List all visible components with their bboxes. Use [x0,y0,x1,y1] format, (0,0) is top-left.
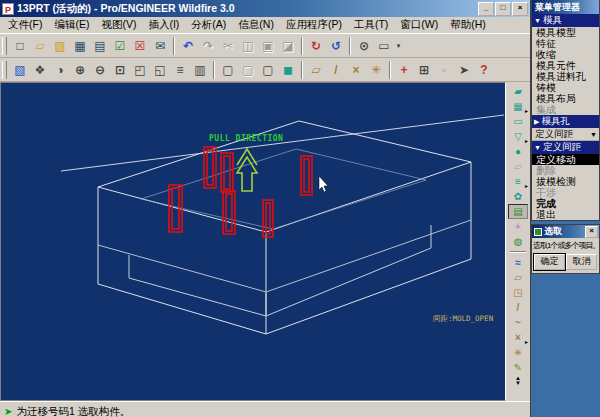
find-icon[interactable]: ⊙ [354,36,374,55]
annotation-toggle-icon[interactable]: ⊞ [414,60,434,79]
toolbar-scroll-down-icon[interactable]: ▼ [515,381,521,386]
refit-icon[interactable]: ⊡ [110,60,130,79]
workpiece-icon[interactable]: ▭ [508,114,528,129]
menu-manager-title[interactable]: 菜单管理器 [532,0,599,14]
zoom-out-icon[interactable]: ⊖ [90,60,110,79]
cut-icon[interactable]: ✂ [218,36,238,55]
context-help-icon[interactable]: ? [474,60,494,79]
menu-item-define-move[interactable]: 定义移动 [532,154,599,165]
menu-band-mold[interactable]: ▼ 模具 [532,14,599,27]
new-file-icon[interactable]: □ [10,36,30,55]
toolbar-grip[interactable] [2,61,7,79]
title-bar[interactable]: P 13PRT (活动的) - Pro/ENGINEER Wildfire 3.… [0,0,530,17]
menu-item-quit[interactable]: 退出 [532,209,599,220]
display-no-hidden-icon[interactable]: ▢ [258,60,278,79]
orient-mode-icon[interactable]: ◑ [50,60,70,79]
save-file-icon[interactable]: ▦ [70,36,90,55]
open-file-icon[interactable]: ▱ [30,36,50,55]
mold-assembly-icon[interactable]: ▦▸ [508,99,528,114]
repaint-icon[interactable]: ▧ [10,60,30,79]
menu-info[interactable]: 信息(N) [232,17,280,33]
paste-icon[interactable]: ▣ [258,36,278,55]
send-email-icon[interactable]: ✉ [150,36,170,55]
import-file-icon[interactable]: ▨ [50,36,70,55]
menu-item-molding[interactable]: 铸模 [532,82,599,93]
ok-button[interactable]: 确定 [534,254,565,270]
copy-icon[interactable]: ◫ [238,36,258,55]
pull-direction-arrow[interactable] [237,149,257,191]
paste-special-icon[interactable]: ◪ [278,36,298,55]
selection-arrow-icon[interactable]: ➤ [454,60,474,79]
display-hidden-line-icon[interactable]: ▢ [238,60,258,79]
datum-point-icon[interactable]: ×▸ [508,330,528,345]
sprue-gate-icon[interactable]: ▽▸ [508,129,528,144]
datum-point-toggle-icon[interactable]: × [346,60,366,79]
silhouette-curve-icon[interactable]: + [508,219,528,234]
datum-plane-toggle-icon[interactable]: ▱ [306,60,326,79]
datum-axis-icon[interactable]: / [508,300,528,315]
toolbar-grip[interactable] [2,37,7,55]
menu-file[interactable]: 文件(F) [2,17,48,33]
display-shaded-icon[interactable]: ◼ [278,60,298,79]
mold-opening-icon[interactable]: ▤ [508,204,528,219]
menu-help[interactable]: 帮助(H) [444,17,492,33]
close-button[interactable]: × [512,2,528,16]
wireframe-canvas[interactable]: PULL DIRECTION 间距:MOLD_OPEN [1,83,505,400]
dialog-close-icon[interactable]: × [585,226,598,238]
saved-views-icon[interactable]: ◰ [130,60,150,79]
select-dropdown-icon[interactable]: ▾ [394,36,403,55]
zoom-in-icon[interactable]: ⊕ [70,60,90,79]
view-manager-icon[interactable]: ◱ [150,60,170,79]
datum-curve-icon[interactable]: ~ [508,315,528,330]
menu-item-mold-comp[interactable]: 模具元件 [532,60,599,71]
menu-item-shrinkage[interactable]: 收缩 [532,49,599,60]
redo-icon[interactable]: ↷ [198,36,218,55]
menu-window[interactable]: 窗口(W) [394,17,444,33]
mold-model-icon[interactable]: ▰ [508,84,528,99]
menu-item-feature[interactable]: 特征 [532,38,599,49]
select-dialog-titlebar[interactable]: 选取 × [532,225,599,238]
parting-line[interactable] [98,220,471,292]
menu-item-mold-feed-hole[interactable]: 模具进料孔 [532,71,599,82]
menu-item-mold-layout[interactable]: 模具布局 [532,93,599,104]
activate-window-icon[interactable]: ☑ [110,36,130,55]
spin-center-icon[interactable]: ❖ [30,60,50,79]
menu-applications[interactable]: 应用程序(P) [280,17,348,33]
waterline-icon[interactable]: ◍ [508,234,528,249]
datum-csys-toggle-icon[interactable]: ✳ [366,60,386,79]
menu-analysis[interactable]: 分析(A) [185,17,232,33]
graphics-viewport[interactable]: PULL DIRECTION 间距:MOLD_OPEN [0,82,506,401]
menu-item-done[interactable]: 完成 [532,198,599,209]
layers-icon[interactable]: ≡ [170,60,190,79]
menu-header-define-step[interactable]: 定义间距 ▼ [532,128,599,141]
menu-item-mold-model[interactable]: 模具模型 [532,27,599,38]
mold-comp-extract-icon[interactable]: ✿ [508,189,528,204]
select-rectangle-icon[interactable]: ▭ [374,36,394,55]
skirt-surface-icon[interactable]: ≈ [508,255,528,270]
close-window-icon[interactable]: ☒ [130,36,150,55]
datum-csys-icon[interactable]: ✳ [508,345,528,360]
sketch-tool-icon[interactable]: ✎ [508,360,528,375]
menu-view[interactable]: 视图(V) [95,17,142,33]
regenerate-icon[interactable]: ↻ [306,36,326,55]
regenerate-custom-icon[interactable]: ↺ [326,36,346,55]
parting-surface-icon[interactable]: ▱ [508,159,528,174]
cancel-button[interactable]: 取消 [566,254,597,270]
plane-display-toggle-icon[interactable]: ▫ [434,60,454,79]
menu-item-draft-check[interactable]: 拔模检测 [532,176,599,187]
menu-edit[interactable]: 编辑(E) [48,17,95,33]
maximize-button[interactable]: □ [495,2,511,16]
datum-plane-icon[interactable]: ▱ [508,270,528,285]
display-settings-icon[interactable]: ▥ [190,60,210,79]
datum-plane-offset-icon[interactable]: ◳ [508,285,528,300]
datum-axis-toggle-icon[interactable]: / [326,60,346,79]
print-icon[interactable]: ▤ [90,36,110,55]
molding-icon[interactable]: ● [508,144,528,159]
mold-volume-icon[interactable]: ≡▸ [508,174,528,189]
minimize-button[interactable]: _ [478,2,494,16]
undo-icon[interactable]: ↶ [178,36,198,55]
spin-center-toggle-icon[interactable]: + [394,60,414,79]
menu-band-mold-open[interactable]: ▶ 模具孔 [532,115,599,128]
menu-insert[interactable]: 插入(I) [142,17,185,33]
display-wireframe-icon[interactable]: ▢ [218,60,238,79]
